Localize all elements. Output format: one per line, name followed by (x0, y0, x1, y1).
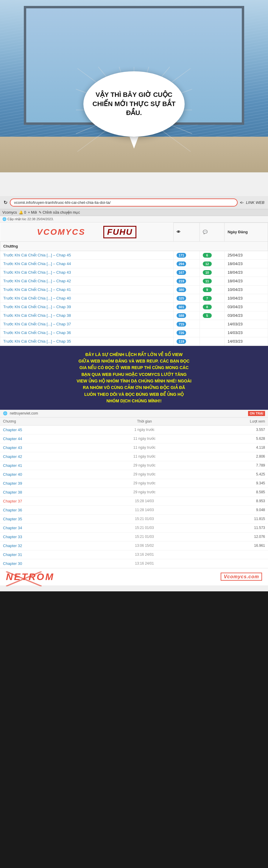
date-cell: 18/04/23 (224, 268, 268, 277)
chapter-name[interactable]: Trước Khi Cái Chết Chia [...] – Chap 39 (0, 303, 173, 311)
list-time: 13:16 24/01 (48, 561, 241, 565)
comments-badge: 11 (203, 279, 212, 283)
date-cell: 14/03/23 (224, 337, 268, 346)
list-chap-name[interactable]: Chapter 31 (3, 552, 48, 557)
chapter-name[interactable]: Trước Khi Cái Chết Chia [...] – Chap 42 (0, 277, 173, 285)
comments-col-header: 💬 (199, 223, 224, 242)
overlay-text-4: BẠN QUA WEB FUHU HOẶC VCOMYCS LƯỚT TĂNG (81, 372, 186, 377)
list-chap-name[interactable]: Chapter 30 (3, 561, 48, 566)
chapter-name[interactable]: Trước Khi Cái Chết Chia [...] – Chap 45 (0, 251, 173, 259)
list-chap-name[interactable]: Chapter 42 (3, 454, 48, 459)
list-item[interactable]: Chapter 45 1 ngày trước 3.557 (0, 426, 268, 434)
comments-cell: 6 (199, 251, 224, 259)
list-chap-name[interactable]: Chapter 36 (3, 508, 48, 512)
list-views: 9.345 (241, 481, 265, 485)
list-item[interactable]: Chapter 32 13:06 15/02 16.961 (0, 541, 268, 550)
url-bar[interactable]: vcomii.info/truyen-tranh/truoc-khi-cai-c… (10, 198, 238, 207)
table-row[interactable]: Trước Khi Cái Chết Chia [...] – Chap 45 … (0, 251, 268, 259)
list-item[interactable]: Chapter 40 29 ngày trước 5.425 (0, 470, 268, 479)
chapter-name[interactable]: Trước Khi Cái Chết Chia [...] – Chap 41 (0, 285, 173, 294)
list-time: 1 ngày trước (48, 428, 241, 432)
list-item[interactable]: Chapter 37 15:28 14/03 8.953 (0, 497, 268, 506)
comments-cell: 9 (199, 285, 224, 294)
overlay-text-3: GIA NẾU CÓ ĐỌC Ở WEB REUP THÌ CŨNG MONG … (80, 365, 189, 370)
views-cell: 171 (173, 251, 200, 259)
list-chap-name[interactable]: Chapter 41 (3, 463, 48, 468)
chapter-col-header: Chương (0, 241, 268, 251)
table-row[interactable]: Trước Khi Cái Chết Chia [...] – Chap 43 … (0, 268, 268, 277)
list-chap-name[interactable]: Chapter 40 (3, 472, 48, 477)
list-chap-name[interactable]: Chapter 33 (3, 535, 48, 539)
table-row[interactable]: Trước Khi Cái Chết Chia [...] – Chap 44 … (0, 259, 268, 268)
list-item[interactable]: Chapter 39 29 ngày trước 9.345 (0, 479, 268, 488)
list-item[interactable]: Chapter 42 11 ngày trước 2.806 (0, 452, 268, 461)
list-time: 15:21 01/03 (48, 517, 241, 521)
list-item[interactable]: Chapter 31 13:16 24/01 (0, 550, 268, 559)
list-time: 29 ngày trước (48, 490, 241, 494)
list-views: 12.076 (241, 535, 265, 539)
list-chap-name[interactable]: Chapter 35 (3, 517, 48, 521)
comments-badge: 7 (203, 296, 212, 301)
table-row[interactable]: Trước Khi Cái Chết Chia [...] – Chap 38 … (0, 311, 268, 320)
views-col-header-list: Lượt xem (241, 419, 265, 424)
list-item[interactable]: Chapter 35 15:21 01/03 11.815 (0, 515, 268, 524)
chapter-name[interactable]: Trước Khi Cái Chết Chia [...] – Chap 40 (0, 294, 173, 303)
comments-badge: 5 (203, 313, 212, 318)
list-item[interactable]: Chapter 33 15:21 01/03 12.076 (0, 532, 268, 541)
table-row[interactable]: Trước Khi Cái Chết Chia [...] – Chap 35 … (0, 337, 268, 346)
site-url: nettruyenviet.com (10, 411, 38, 415)
table-row[interactable]: Trước Khi Cái Chết Chia [...] – Chap 39 … (0, 303, 268, 311)
list-item[interactable]: Chapter 44 11 ngày trước 5.628 (0, 434, 268, 443)
link-web-label: LINK WEB (246, 200, 264, 205)
list-item[interactable]: Chapter 34 15:21 01/03 11.573 (0, 524, 268, 532)
list-item[interactable]: Chapter 38 29 ngày trước 8.585 (0, 488, 268, 497)
views-cell: 380 (173, 285, 200, 294)
chapter-name[interactable]: Trước Khi Cái Chết Chia [...] – Chap 38 (0, 311, 173, 320)
chapter-list-section: Chapter 45 1 ngày trước 3.557 Chapter 44… (0, 426, 268, 568)
list-views: 8.953 (241, 499, 265, 503)
edit-menu-button[interactable]: ✎ Chỉnh sửa chuyện mục (39, 210, 80, 215)
chapter-name[interactable]: Trước Khi Cái Chết Chia [...] – Chap 44 (0, 259, 173, 268)
overlay-text-6: RA NHÓM VÔ CÙNG CẢM ƠN NHỮNG ĐỘC GIẢ ĐÃ (83, 385, 185, 390)
list-chap-name[interactable]: Chapter 38 (3, 490, 48, 494)
list-views: 11.815 (241, 517, 265, 521)
list-chap-name[interactable]: Chapter 43 (3, 445, 48, 450)
chapter-name[interactable]: Trước Khi Cái Chết Chia [...] – Chap 35 (0, 337, 173, 346)
list-item[interactable]: Chapter 36 11:28 14/03 9.048 (0, 506, 268, 515)
list-views: 5.425 (241, 472, 265, 476)
chapter-name[interactable]: Trước Khi Cái Chết Chia [...] – Chap 36 (0, 328, 173, 337)
table-row[interactable]: Trước Khi Cái Chết Chia [...] – Chap 37 … (0, 320, 268, 328)
list-item[interactable]: Chapter 43 11 ngày trước 4.118 (0, 443, 268, 452)
comments-badge: 10 (203, 270, 212, 275)
list-time: 15:28 14/03 (48, 499, 241, 503)
list-chap-name[interactable]: Chapter 45 (3, 428, 48, 432)
list-chap-name[interactable]: Chapter 32 (3, 544, 48, 548)
new-button[interactable]: + Mới (28, 210, 37, 215)
views-cell: 726 (173, 328, 200, 337)
date-col-header: Ngày Đăng (224, 223, 268, 242)
overlay-text-1: ĐÂY LÀ SỰ CHÊNH LỆCH RẤT LỚN VỀ SỐ VIEW (85, 352, 183, 357)
refresh-icon[interactable]: ↻ (4, 200, 7, 205)
vcomycs-tab[interactable]: Vcomycs (2, 210, 17, 215)
date-cell: 10/04/23 (224, 294, 268, 303)
table-row[interactable]: Trước Khi Cái Chết Chia [...] – Chap 40 … (0, 294, 268, 303)
chapter-name[interactable]: Trước Khi Cái Chết Chia [...] – Chap 43 (0, 268, 173, 277)
table-row[interactable]: Trước Khi Cái Chết Chia [...] – Chap 36 … (0, 328, 268, 337)
list-chap-name[interactable]: Chapter 44 (3, 436, 48, 441)
table-row[interactable]: Trước Khi Cái Chết Chia [...] – Chap 42 … (0, 277, 268, 285)
list-chap-name[interactable]: Chapter 34 (3, 526, 48, 530)
list-time: 13:06 15/02 (48, 544, 241, 548)
table-row[interactable]: Trước Khi Cái Chết Chia [...] – Chap 41 … (0, 285, 268, 294)
list-views: 7.789 (241, 463, 265, 467)
list-time: 29 ngày trước (48, 472, 241, 476)
notification-icon[interactable]: 🔔 0 (19, 210, 26, 215)
list-item[interactable]: Chapter 30 13:16 24/01 (0, 559, 268, 568)
chapter-name[interactable]: Trước Khi Cái Chết Chia [...] – Chap 37 (0, 320, 173, 328)
list-item[interactable]: Chapter 41 29 ngày trước 7.789 (0, 461, 268, 470)
views-badge: 588 (177, 313, 186, 318)
list-chap-name[interactable]: Chapter 37 (3, 499, 48, 503)
comments-cell: 7 (199, 294, 224, 303)
list-chap-name[interactable]: Chapter 39 (3, 481, 48, 486)
views-badge: 601 (177, 305, 186, 309)
globe-icon: 🌐 (3, 411, 7, 415)
